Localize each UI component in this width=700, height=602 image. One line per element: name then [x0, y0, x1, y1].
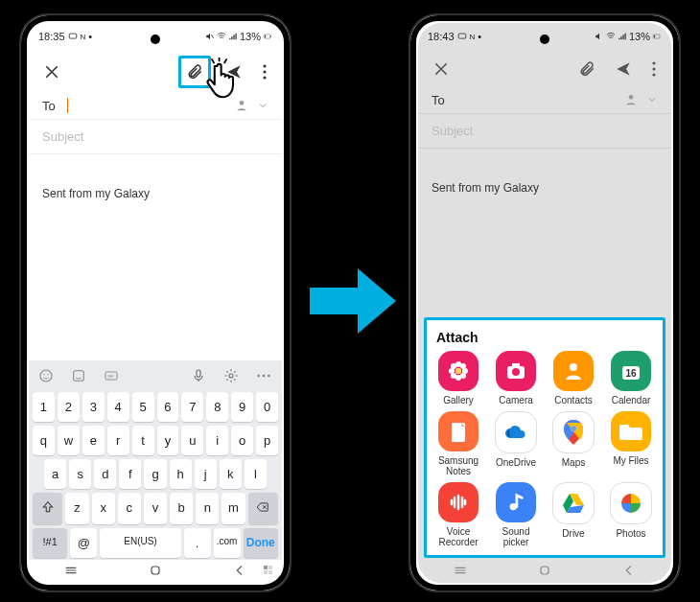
status-time: 18:35: [38, 31, 65, 42]
key-w[interactable]: w: [58, 426, 80, 455]
key-o[interactable]: o: [231, 426, 253, 455]
keyboard[interactable]: GIF ⋯ 1234567890 qwertyuiop asdfghjkl zx…: [29, 360, 282, 560]
attach-app-drive[interactable]: Drive: [546, 482, 601, 547]
send-button[interactable]: [610, 56, 637, 82]
key-[interactable]: .: [184, 528, 211, 558]
keyboard-toolbar: GIF ⋯: [29, 360, 282, 390]
attach-app-gallery[interactable]: Gallery: [431, 351, 486, 405]
attach-app-voice-recorder[interactable]: Voice Recorder: [431, 482, 486, 547]
svg-point-37: [460, 373, 466, 379]
key-q[interactable]: q: [33, 426, 55, 455]
key-1[interactable]: !#1: [33, 528, 67, 558]
key-m[interactable]: m: [222, 493, 245, 524]
key-0[interactable]: 0: [256, 392, 278, 422]
key-j[interactable]: j: [195, 459, 217, 489]
key-i[interactable]: i: [206, 426, 228, 455]
key-s[interactable]: s: [69, 459, 91, 489]
key-c[interactable]: c: [118, 493, 141, 524]
back-icon[interactable]: [232, 563, 247, 578]
key-z[interactable]: z: [65, 493, 88, 524]
back-icon[interactable]: [621, 563, 637, 578]
key-e[interactable]: e: [82, 426, 105, 455]
close-button[interactable]: [38, 58, 65, 85]
mute-icon: [595, 32, 604, 41]
key-8[interactable]: 8: [206, 392, 228, 422]
key-h[interactable]: h: [170, 459, 192, 489]
key-5[interactable]: 5: [132, 392, 154, 422]
chevron-down-icon[interactable]: [257, 100, 268, 111]
key-d[interactable]: d: [94, 459, 116, 489]
more-button[interactable]: [257, 58, 272, 85]
subject-field[interactable]: Subject: [418, 114, 671, 149]
key-u[interactable]: u: [181, 426, 203, 455]
to-field-row[interactable]: To: [29, 92, 282, 120]
attach-app-samsung-notes[interactable]: Samsung Notes: [431, 411, 486, 476]
key-k[interactable]: k: [220, 459, 242, 489]
attach-app-photos[interactable]: Photos: [603, 482, 659, 547]
attach-button[interactable]: [573, 56, 600, 82]
key-enus[interactable]: EN(US): [100, 528, 180, 558]
key-a[interactable]: a: [44, 459, 66, 489]
backspace-key[interactable]: [248, 493, 278, 524]
key-n[interactable]: n: [196, 493, 219, 524]
key-t[interactable]: t: [132, 426, 154, 455]
key-4[interactable]: 4: [107, 392, 129, 422]
key-3[interactable]: 3: [82, 392, 105, 422]
nfc-icon: N: [470, 33, 476, 41]
contact-picker-icon[interactable]: [234, 98, 249, 113]
attach-app-calendar[interactable]: 16Calendar: [603, 351, 659, 405]
key-done[interactable]: Done: [244, 528, 278, 558]
body-field[interactable]: Sent from my Galaxy: [29, 154, 282, 233]
more-dots-icon[interactable]: ⋯: [256, 366, 272, 384]
key-com[interactable]: .com: [214, 528, 241, 558]
attach-button[interactable]: [178, 56, 211, 88]
battery-icon: [652, 32, 662, 41]
key-y[interactable]: y: [157, 426, 179, 455]
key-x[interactable]: x: [92, 493, 115, 524]
sticker-icon[interactable]: [71, 368, 86, 383]
chevron-down-icon[interactable]: [646, 94, 658, 105]
emoji-icon[interactable]: [38, 368, 54, 383]
more-button[interactable]: [646, 56, 662, 82]
key-l[interactable]: l: [245, 459, 267, 489]
svg-rect-22: [458, 34, 466, 38]
to-field-row[interactable]: To: [418, 86, 671, 114]
key-p[interactable]: p: [256, 426, 278, 455]
gif-icon[interactable]: GIF: [104, 368, 119, 383]
attach-app-camera[interactable]: Camera: [488, 351, 544, 405]
key-f[interactable]: f: [119, 459, 141, 489]
key-9[interactable]: 9: [231, 392, 253, 422]
body-field[interactable]: Sent from my Galaxy: [418, 149, 671, 227]
key-b[interactable]: b: [170, 493, 193, 524]
home-icon[interactable]: [537, 563, 552, 578]
subject-field[interactable]: Subject: [29, 120, 282, 154]
key-[interactable]: @: [70, 528, 97, 558]
attach-app-onedrive[interactable]: OneDrive: [488, 411, 544, 476]
attach-app-contacts[interactable]: Contacts: [546, 351, 601, 405]
key-r[interactable]: r: [107, 426, 129, 455]
key-7[interactable]: 7: [181, 392, 203, 422]
body-signature: Sent from my Galaxy: [42, 187, 150, 200]
keyboard-hide-icon[interactable]: [263, 563, 274, 578]
svg-rect-21: [268, 570, 272, 574]
settings-icon[interactable]: [223, 368, 239, 383]
attach-app-my-files[interactable]: My Files: [603, 411, 659, 476]
key-1[interactable]: 1: [33, 392, 55, 422]
send-button[interactable]: [221, 58, 247, 85]
key-v[interactable]: v: [144, 493, 167, 524]
key-g[interactable]: g: [144, 459, 166, 489]
recents-icon[interactable]: [63, 563, 79, 578]
attach-app-maps[interactable]: Maps: [546, 411, 601, 476]
key-2[interactable]: 2: [58, 392, 80, 422]
mic-icon[interactable]: [191, 368, 206, 383]
home-icon[interactable]: [148, 563, 163, 578]
svg-point-28: [629, 95, 634, 100]
shift-key[interactable]: [33, 493, 62, 524]
close-button[interactable]: [428, 56, 455, 82]
keyboard-number-row: 1234567890: [29, 390, 282, 424]
attach-panel: Attach GalleryCameraContacts16CalendarSa…: [424, 317, 665, 558]
attach-app-sound-picker[interactable]: Sound picker: [488, 482, 544, 547]
key-6[interactable]: 6: [157, 392, 179, 422]
recents-icon[interactable]: [453, 563, 468, 578]
contact-picker-icon[interactable]: [623, 92, 639, 107]
